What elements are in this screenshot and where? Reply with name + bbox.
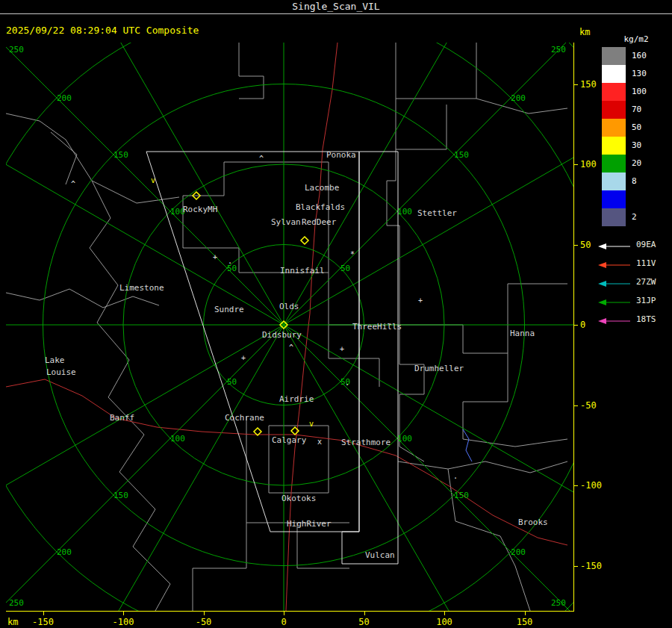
bottom-axis-label: 50 <box>358 617 369 627</box>
city-label-ponoka: Ponoka <box>326 150 356 160</box>
radar-legend-row: 27ZW <box>596 277 672 287</box>
arrow-head <box>598 262 606 268</box>
radar-map[interactable]: 5050505010010010010015015015015020020020… <box>6 43 573 611</box>
colorbar-swatch <box>602 47 626 65</box>
ring-distance-label: 200 <box>511 93 526 103</box>
colorbar-row: 30 <box>602 137 672 155</box>
right-axis-label: 50 <box>580 240 591 250</box>
arrow-head <box>598 281 606 287</box>
window-titlebar[interactable]: Single_Scan_VIL <box>0 0 672 14</box>
right-axis-unit-label: km <box>579 27 590 37</box>
bottom-axis-tick <box>444 612 445 615</box>
ring-distance-label: 100 <box>397 207 412 217</box>
colorbar-swatch <box>602 137 626 155</box>
colorbar-row: 20 <box>602 155 672 172</box>
map-marker: + <box>340 345 344 353</box>
colorbar-row: 100 <box>602 83 672 101</box>
city-label-lake: Lake <box>45 355 65 365</box>
map-marker: v <box>151 176 155 184</box>
radar-legend-row: 09EA <box>596 240 672 250</box>
radar-code-label: 111V <box>636 258 656 268</box>
right-axis-label: 100 <box>580 159 597 170</box>
colorbar-row <box>602 190 672 208</box>
map-marker: x <box>317 438 322 446</box>
city-label-lacombe: Lacombe <box>305 183 339 193</box>
colorbar-row: 8 <box>602 172 672 190</box>
radar-code-label: 09EA <box>636 240 656 249</box>
ring-distance-label: 100 <box>397 434 412 444</box>
map-marker: . <box>228 257 232 265</box>
right-axis-tick <box>573 84 578 85</box>
ring-distance-label: 200 <box>57 93 72 103</box>
ring-distance-label: 50 <box>227 377 237 387</box>
city-label-rockymh: RockyMH <box>183 205 217 214</box>
colorbar-row: 160 <box>602 47 672 65</box>
map-marker: v <box>309 420 314 428</box>
river-line <box>463 429 472 461</box>
colorbar-value-label: 160 <box>632 51 647 60</box>
colorbar-swatch <box>602 83 626 101</box>
radar-legend-row: 111V <box>596 258 672 269</box>
right-axis-label: 0 <box>580 320 585 330</box>
map-marker: . <box>345 379 349 387</box>
colorbar-row: 130 <box>602 65 672 83</box>
bottom-axis-label: -100 <box>113 617 134 627</box>
radar-site-diamond[interactable] <box>301 237 308 244</box>
city-label-highriver: HighRiver <box>287 519 332 529</box>
colorbar-row: 70 <box>602 101 672 119</box>
bottom-axis-label: -50 <box>196 617 212 627</box>
radar-pointer-arrow <box>596 298 632 307</box>
arrow-head <box>598 318 606 324</box>
map-marker: * <box>350 250 355 258</box>
right-axis-tick <box>573 245 578 246</box>
ring-distance-label: 250 <box>551 45 566 55</box>
bottom-axis-label: 150 <box>517 617 533 627</box>
radar-pointer-arrow <box>596 279 632 288</box>
city-label-cochrane: Cochrane <box>225 413 264 423</box>
ring-distance-label: 150 <box>454 491 469 500</box>
city-label-innisfail: Innisfail <box>280 266 325 276</box>
city-label-airdrie: Airdrie <box>279 394 314 404</box>
bottom-axis-tick <box>525 612 526 615</box>
colorbar-value-label: 70 <box>632 105 641 114</box>
ring-distance-label: 150 <box>454 150 469 160</box>
right-axis-tick <box>573 566 578 567</box>
bottom-axis-tick <box>123 612 124 615</box>
map-marker: ^ <box>259 155 264 163</box>
city-label-brooks: Brooks <box>518 517 548 527</box>
city-label-limestone: Limestone <box>119 283 164 293</box>
ring-distance-label: 200 <box>511 547 526 557</box>
right-axis-tick <box>573 485 578 486</box>
colorbar-swatch <box>602 119 626 137</box>
right-axis-label: -100 <box>580 480 602 491</box>
radar-pointer-arrow <box>596 261 632 270</box>
colorbar-row: 50 <box>602 119 672 137</box>
radar-pointer-arrow <box>596 242 632 251</box>
timestamp-label: 2025/09/22 08:29:04 UTC Composite <box>6 25 199 36</box>
colorbar-value-label: 130 <box>632 69 647 78</box>
colorbar-scale: 1601301007050302082 <box>602 47 672 228</box>
city-label-louise: Louise <box>46 367 76 377</box>
radar-map-canvas: 5050505010010010010015015015015020020020… <box>6 43 573 611</box>
colorbar-row: 2 <box>602 208 672 226</box>
bottom-axis-unit-label: km <box>7 617 18 627</box>
ring-distance-label: 150 <box>113 491 128 500</box>
ring-distance-label: 250 <box>9 598 24 608</box>
city-label-hanna: Hanna <box>510 329 535 338</box>
bottom-axis-tick <box>43 612 44 615</box>
city-label-banff: Banff <box>110 413 134 423</box>
city-label-strathmore: Strathmore <box>341 438 391 447</box>
radar-code-label: 27ZW <box>636 277 656 287</box>
right-axis-tick <box>573 164 578 165</box>
right-axis-label: -150 <box>580 561 602 571</box>
ring-distance-label: 100 <box>170 434 185 444</box>
city-label-drumheller: Drumheller <box>414 364 464 373</box>
vil-colorbar: kg/m2 1601301007050302082 <box>602 34 672 228</box>
ring-distance-label: 250 <box>9 45 24 55</box>
arrow-head <box>598 299 606 305</box>
right-axis-line <box>573 43 574 611</box>
colorbar-swatch <box>602 172 626 190</box>
ring-distance-label: 50 <box>340 264 350 273</box>
map-marker: + <box>418 296 423 305</box>
colorbar-value-label: 2 <box>632 212 637 222</box>
